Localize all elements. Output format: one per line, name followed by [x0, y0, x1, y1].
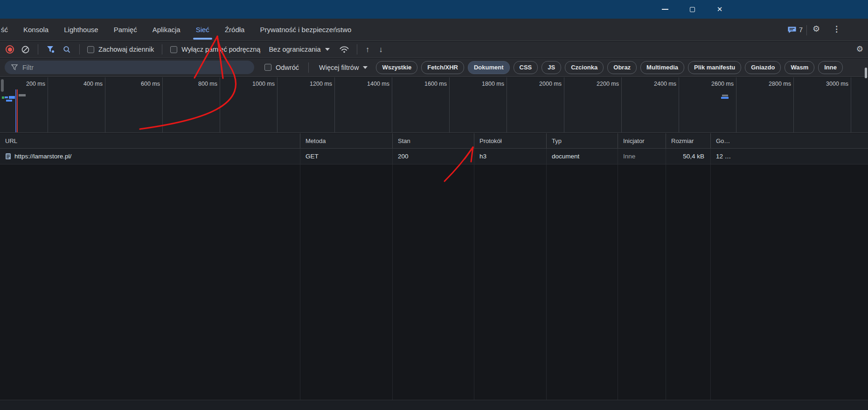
invert-filter-checkbox[interactable]	[264, 64, 271, 71]
table-column-header[interactable]: Inicjator	[618, 133, 666, 148]
load-event-line	[17, 89, 18, 133]
table-column-header[interactable]: Typ	[546, 133, 618, 148]
preserve-log-checkbox[interactable]	[87, 46, 94, 53]
devtools-panel-tab[interactable]: Aplikacja	[153, 19, 181, 41]
size-cell: 50,4 kB	[666, 149, 710, 164]
record-network-log-button[interactable]	[6, 45, 14, 54]
request-type-chip[interactable]: Fetch/XHR	[421, 61, 464, 74]
request-type-chip[interactable]: JS	[542, 61, 561, 74]
import-har-button[interactable]: ↑	[366, 46, 370, 54]
request-type-chip[interactable]: Dokument	[468, 61, 510, 74]
column-header-label: Metoda	[306, 137, 326, 144]
overview-scrollbar-thumb[interactable]	[1, 79, 4, 92]
table-column-header[interactable]: URL	[0, 133, 300, 148]
table-row[interactable]: https://lamarstore.pl/ GET 200 h3 docume…	[0, 149, 868, 164]
devtools-panel-tab[interactable]: Sieć	[196, 19, 209, 41]
throttling-dropdown[interactable]: Bez ograniczania	[269, 46, 329, 53]
column-header-label: Stan	[398, 137, 410, 144]
window-maximize-button[interactable]	[681, 0, 703, 19]
request-type-chip[interactable]: Czcionka	[565, 61, 604, 74]
timeline-tick: 1800 ms	[450, 77, 507, 132]
timeline-tick-label: 2800 ms	[769, 81, 791, 87]
filter-input[interactable]	[22, 64, 228, 71]
filter-input-container	[5, 61, 254, 74]
request-type-chip[interactable]: CSS	[514, 61, 538, 74]
devtools-menu-icon[interactable]: ⋮	[833, 24, 840, 34]
timeline-tick-label: 600 ms	[141, 81, 160, 87]
issues-counter-button[interactable]: 7	[787, 19, 803, 41]
table-column-header[interactable]: Metoda	[300, 133, 392, 148]
filter-funnel-icon	[47, 46, 55, 53]
timeline-tick: 1600 ms	[392, 77, 450, 132]
disable-cache-checkbox[interactable]	[170, 46, 177, 53]
request-type-chip[interactable]: Gniazdo	[745, 61, 781, 74]
initiator-cell[interactable]: Inne	[618, 149, 666, 164]
close-icon: ✕	[717, 5, 723, 14]
overview-bar-green	[2, 96, 4, 99]
overview-bar-blue	[6, 100, 12, 102]
timeline-tick-label: 1800 ms	[482, 81, 504, 87]
tab-label: Konsola	[23, 26, 49, 34]
timeline-tick: 600 ms	[105, 77, 163, 132]
clear-network-log-button[interactable]	[21, 46, 29, 54]
table-column-header[interactable]: Protokół	[474, 133, 546, 148]
preserve-log-label: Zachowaj dziennik	[98, 46, 154, 53]
chip-label: Inne	[824, 64, 837, 71]
request-type-chip[interactable]: Obraz	[607, 61, 637, 74]
window-close-button[interactable]: ✕	[709, 0, 730, 19]
chip-label: Fetch/XHR	[427, 64, 458, 71]
filter-toggle-button[interactable]	[47, 46, 55, 53]
request-type-chip[interactable]: Inne	[818, 61, 843, 74]
divider	[357, 44, 357, 55]
url-cell[interactable]: https://lamarstore.pl/	[0, 149, 300, 164]
timeline-tick: 1200 ms	[278, 77, 335, 132]
timeline-tick-label: 1400 ms	[367, 81, 389, 87]
timeline-tick: 1400 ms	[335, 77, 392, 132]
protocol-cell: h3	[474, 149, 546, 164]
tab-label: Sieć	[196, 26, 209, 34]
network-toolbar: Zachowaj dziennik Wyłącz pamięć podręczn…	[0, 41, 868, 58]
tab-label: ść	[1, 26, 8, 34]
timeline-tick-label: 1600 ms	[424, 81, 447, 87]
document-icon	[5, 153, 11, 160]
table-column-header[interactable]: Stan	[392, 133, 474, 148]
record-icon	[8, 48, 12, 52]
divider	[79, 44, 80, 55]
window-minimize-button[interactable]	[654, 0, 676, 19]
table-column-header[interactable]: Rozmiar	[666, 133, 710, 148]
devtools-panel-tab[interactable]: Źródła	[225, 19, 245, 41]
column-header-label: Protokół	[479, 137, 502, 144]
timeline-tick: 800 ms	[163, 77, 220, 132]
tab-label: Pamięć	[114, 26, 137, 34]
request-type-chip[interactable]: Wasm	[785, 61, 814, 74]
table-column-header[interactable]: Go…	[710, 133, 868, 148]
timeline-tick: 200 ms	[0, 77, 48, 132]
devtools-panel-tab[interactable]: Konsola	[23, 19, 49, 41]
filter-funnel-small-icon	[11, 64, 18, 70]
network-overview-timeline[interactable]: 200 ms 400 ms 600 ms 800 ms 1000 ms 1200…	[0, 77, 868, 133]
column-header-label: Rozmiar	[671, 137, 694, 144]
export-har-button[interactable]: ↓	[379, 46, 383, 54]
search-button[interactable]	[63, 46, 71, 54]
timeline-tick: 2000 ms	[507, 77, 564, 132]
devtools-panel-tab[interactable]: Lighthouse	[64, 19, 98, 41]
chip-label: Wasm	[791, 64, 808, 71]
devtools-settings-gear-icon[interactable]: ⚙	[812, 25, 820, 33]
devtools-panel-tab[interactable]: Prywatność i bezpieczeństwo	[260, 19, 351, 41]
request-type-chip[interactable]: Wszystkie	[376, 61, 417, 74]
more-filters-dropdown[interactable]: Więcej filtrów	[319, 64, 368, 71]
panel-scrollbar-thumb[interactable]	[865, 68, 867, 78]
devtools-panel-tab[interactable]: Pamięć	[114, 19, 137, 41]
timeline-tick: 3000 ms	[794, 77, 851, 132]
disable-cache-label: Wyłącz pamięć podręczną	[181, 46, 260, 53]
network-conditions-button[interactable]	[339, 46, 349, 53]
column-header-label: URL	[5, 137, 17, 144]
overview-bar-blue	[721, 97, 729, 99]
chip-label: Multimedia	[646, 64, 678, 71]
request-type-chip[interactable]: Plik manifestu	[688, 61, 741, 74]
devtools-panel-tab[interactable]: ść	[1, 19, 8, 41]
network-settings-gear-icon[interactable]: ⚙	[856, 45, 863, 53]
timeline-tick: 1000 ms	[220, 77, 278, 132]
request-type-chip[interactable]: Multimedia	[640, 61, 684, 74]
timeline-tick-label: 400 ms	[83, 81, 103, 87]
